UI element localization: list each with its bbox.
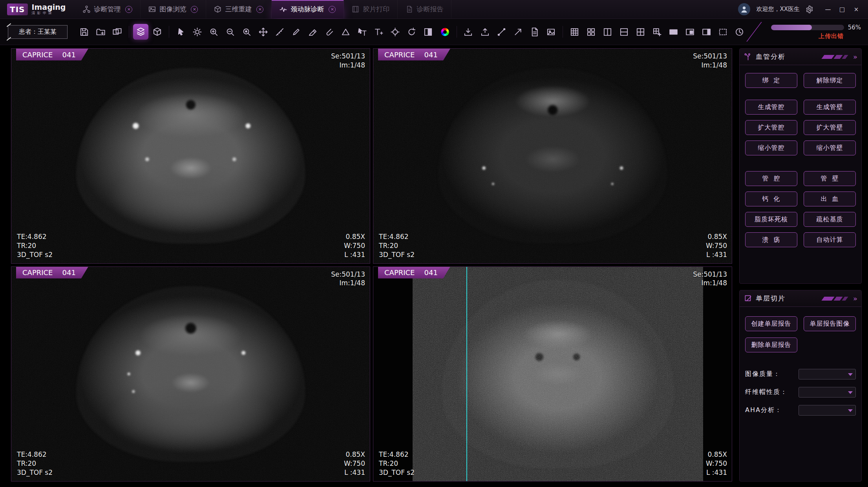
grid-3x3-icon[interactable] — [567, 24, 582, 40]
maximize-button[interactable]: □ — [835, 3, 849, 16]
viewport-grid: CAPRICE041 Se:501/13Im:1/48 TE:4.862TR:2… — [11, 48, 732, 482]
bind-button[interactable]: 绑 定 — [745, 73, 797, 88]
calcification-button[interactable]: 钙 化 — [745, 192, 797, 206]
viewport-overlay-bottomleft: TE:4.862TR:203D_TOF s2 — [379, 232, 415, 259]
tab-label: 诊断报告 — [417, 5, 443, 14]
viewport-4[interactable]: CAPRICE041 Se:501/13Im:1/48 TE:4.862TR:2… — [373, 266, 732, 482]
report-doc-icon[interactable] — [527, 24, 542, 40]
fibrous-cap-label: 纤维帽性质： — [745, 388, 788, 396]
crosshair-circle-icon[interactable] — [387, 24, 403, 40]
grid-2x2-gap-icon[interactable] — [583, 24, 599, 40]
tab-film-print[interactable]: 胶片打印 — [344, 0, 398, 18]
layout-side-icon[interactable] — [699, 24, 714, 40]
generate-wall-button[interactable]: 生成管壁 — [804, 100, 856, 115]
split-vertical-icon[interactable] — [600, 24, 615, 40]
angle-triangle-icon[interactable] — [338, 24, 353, 40]
unbind-button[interactable]: 解除绑定 — [804, 73, 856, 88]
tab-carotid-diagnosis[interactable]: 颈动脉诊断 × — [272, 0, 344, 18]
auto-calculate-button[interactable]: 自动计算 — [804, 232, 856, 247]
tab-close-icon[interactable]: × — [256, 6, 263, 13]
wall-button[interactable]: 管 壁 — [804, 171, 856, 186]
slice-panel-title: 单层切片 — [756, 294, 786, 303]
lipid-necrotic-core-button[interactable]: 脂质坏死核 — [745, 212, 797, 227]
import-icon[interactable] — [460, 24, 476, 40]
viewport-overlay-topright: Se:501/13Im:1/48 — [331, 52, 365, 70]
close-button[interactable]: × — [849, 3, 863, 16]
brightness-icon[interactable] — [190, 24, 205, 40]
folder-open-icon[interactable] — [93, 24, 108, 40]
vessel-panel-header: 血管分析 » — [740, 49, 861, 65]
history-icon[interactable] — [732, 24, 747, 40]
viewport-1[interactable]: CAPRICE041 Se:501/13Im:1/48 TE:4.862TR:2… — [11, 48, 370, 264]
image-quality-select[interactable] — [799, 369, 856, 379]
save-icon[interactable] — [77, 24, 92, 40]
enlarge-wall-button[interactable]: 扩大管壁 — [804, 120, 856, 135]
layout-single-icon[interactable] — [666, 24, 681, 40]
settings-gear-icon[interactable] — [806, 5, 813, 13]
patient-field[interactable]: 患者：王某某 — [8, 25, 68, 39]
magnify-region-icon[interactable] — [239, 24, 254, 40]
pencil-icon[interactable] — [289, 24, 304, 40]
single-slice-icon — [744, 295, 752, 302]
delete-slice-report-button[interactable]: 删除单层报告 — [745, 337, 797, 352]
text-add-icon[interactable] — [371, 24, 386, 40]
rotate-ccw-icon[interactable] — [404, 24, 419, 40]
invert-icon[interactable] — [420, 24, 436, 40]
shrink-wall-button[interactable]: 缩小管壁 — [804, 140, 856, 155]
tab-3d-rebuild[interactable]: 三维重建 × — [206, 0, 272, 18]
annotate-line-icon[interactable] — [494, 24, 509, 40]
attach-icon[interactable] — [322, 24, 337, 40]
vessel-panel-collapse-icon[interactable]: » — [853, 53, 857, 60]
viewport-3[interactable]: CAPRICE041 Se:501/13Im:1/48 TE:4.862TR:2… — [11, 266, 370, 482]
image-quality-label: 图像质量： — [745, 370, 780, 378]
slice-report-image-button[interactable]: 单层报告图像 — [804, 316, 856, 331]
gallery-icon[interactable] — [110, 24, 125, 40]
marker-icon[interactable] — [305, 24, 320, 40]
fibrous-cap-select[interactable] — [799, 387, 856, 398]
pan-icon[interactable] — [256, 24, 271, 40]
image-export-icon[interactable] — [543, 24, 559, 40]
viewport-overlay-topright: Se:501/13Im:1/48 — [693, 270, 727, 288]
zoom-in-icon[interactable] — [206, 24, 221, 40]
tab-close-icon[interactable]: × — [329, 6, 336, 13]
tab-image-browse[interactable]: 图像浏览 × — [141, 0, 206, 18]
viewport-2[interactable]: CAPRICE041 Se:501/13Im:1/48 TE:4.862TR:2… — [373, 48, 732, 264]
main-tabs: 诊断管理 × 图像浏览 × 三维重建 × 颈动脉诊断 × 胶片打印 诊断报告 — [75, 0, 451, 18]
tab-close-icon[interactable]: × — [191, 6, 198, 13]
chevron-down-icon — [848, 391, 853, 394]
tab-close-icon[interactable]: × — [125, 6, 132, 13]
tab-diagnosis-manage[interactable]: 诊断管理 × — [75, 0, 141, 18]
aha-analysis-select[interactable] — [799, 405, 856, 416]
grid-add-icon[interactable] — [649, 24, 665, 40]
enlarge-lumen-button[interactable]: 扩大管腔 — [745, 120, 797, 135]
grid-2x2-icon[interactable] — [633, 24, 648, 40]
slice-panel-collapse-icon[interactable]: » — [853, 295, 857, 302]
layers-icon[interactable] — [133, 24, 148, 40]
color-wheel-icon[interactable] — [437, 24, 453, 40]
loose-matrix-button[interactable]: 疏松基质 — [804, 212, 856, 227]
minimize-button[interactable]: — — [821, 3, 835, 16]
generate-lumen-button[interactable]: 生成管腔 — [745, 100, 797, 115]
ruler-line-icon[interactable] — [272, 24, 287, 40]
pointer-icon[interactable] — [173, 24, 188, 40]
cube-3d-icon[interactable] — [150, 24, 165, 40]
series-label: CAPRICE041 — [378, 49, 450, 60]
upload-progress: 56% 上传出错 — [766, 24, 863, 40]
split-horizontal-icon[interactable] — [616, 24, 632, 40]
hemorrhage-button[interactable]: 出 血 — [804, 192, 856, 206]
create-slice-report-button[interactable]: 创建单层报告 — [745, 316, 797, 331]
user-avatar[interactable] — [738, 3, 750, 15]
vessel-analysis-icon — [744, 53, 752, 60]
toolbar-separator — [457, 26, 457, 38]
viewport-overlay-topright: Se:501/13Im:1/48 — [693, 52, 727, 70]
annotate-arrow-icon[interactable] — [510, 24, 526, 40]
ulcer-button[interactable]: 溃 疡 — [745, 232, 797, 247]
tab-diagnosis-report[interactable]: 诊断报告 — [398, 0, 451, 18]
export-icon[interactable] — [477, 24, 493, 40]
layout-dashed-icon[interactable] — [715, 24, 731, 40]
shrink-lumen-button[interactable]: 缩小管腔 — [745, 140, 797, 155]
text-pointer-icon[interactable] — [355, 24, 370, 40]
zoom-out-icon[interactable] — [223, 24, 238, 40]
lumen-button[interactable]: 管 腔 — [745, 171, 797, 186]
layout-pip-icon[interactable] — [682, 24, 698, 40]
